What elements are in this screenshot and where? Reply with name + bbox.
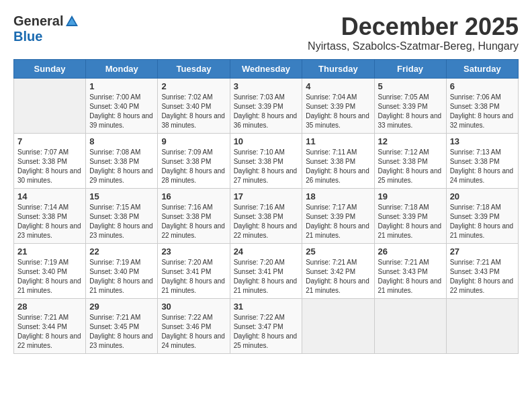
day-number: 1 <box>89 81 154 91</box>
calendar-cell: 29Sunrise: 7:21 AMSunset: 3:45 PMDayligh… <box>86 298 158 353</box>
day-number: 3 <box>234 81 299 91</box>
calendar: SundayMondayTuesdayWednesdayThursdayFrid… <box>13 59 519 354</box>
day-number: 18 <box>306 191 370 201</box>
day-info: Sunrise: 7:05 AMSunset: 3:39 PMDaylight:… <box>378 93 443 130</box>
calendar-cell: 9Sunrise: 7:09 AMSunset: 3:38 PMDaylight… <box>158 133 230 188</box>
day-number: 11 <box>306 136 370 146</box>
day-number: 12 <box>378 136 443 146</box>
day-info: Sunrise: 7:10 AMSunset: 3:38 PMDaylight:… <box>234 148 299 185</box>
calendar-cell: 10Sunrise: 7:10 AMSunset: 3:38 PMDayligh… <box>230 133 302 188</box>
day-info: Sunrise: 7:21 AMSunset: 3:42 PMDaylight:… <box>306 258 370 295</box>
day-info: Sunrise: 7:14 AMSunset: 3:38 PMDaylight:… <box>17 203 82 240</box>
calendar-cell: 2Sunrise: 7:02 AMSunset: 3:40 PMDaylight… <box>158 78 230 133</box>
calendar-cell <box>374 298 446 353</box>
week-row-5: 28Sunrise: 7:21 AMSunset: 3:44 PMDayligh… <box>14 298 519 353</box>
weekday-header-sunday: Sunday <box>14 59 86 78</box>
calendar-cell: 23Sunrise: 7:20 AMSunset: 3:41 PMDayligh… <box>158 243 230 298</box>
day-number: 26 <box>378 246 443 257</box>
calendar-cell: 22Sunrise: 7:19 AMSunset: 3:40 PMDayligh… <box>86 243 158 298</box>
calendar-cell: 13Sunrise: 7:13 AMSunset: 3:38 PMDayligh… <box>446 133 518 188</box>
day-info: Sunrise: 7:16 AMSunset: 3:38 PMDaylight:… <box>234 203 299 240</box>
calendar-cell: 28Sunrise: 7:21 AMSunset: 3:44 PMDayligh… <box>14 298 86 353</box>
calendar-cell <box>446 298 518 353</box>
week-row-1: 1Sunrise: 7:00 AMSunset: 3:40 PMDaylight… <box>14 78 519 133</box>
calendar-cell: 17Sunrise: 7:16 AMSunset: 3:38 PMDayligh… <box>230 188 302 243</box>
day-info: Sunrise: 7:16 AMSunset: 3:38 PMDaylight:… <box>161 203 226 240</box>
day-number: 5 <box>378 81 443 91</box>
day-number: 10 <box>234 136 299 146</box>
day-number: 17 <box>234 191 299 201</box>
logo-icon <box>64 14 79 29</box>
weekday-header-row: SundayMondayTuesdayWednesdayThursdayFrid… <box>14 59 519 78</box>
calendar-cell: 31Sunrise: 7:22 AMSunset: 3:47 PMDayligh… <box>230 298 302 353</box>
title-area: December 2025 Nyirtass, Szabolcs-Szatmar… <box>308 13 519 52</box>
day-number: 21 <box>17 246 82 257</box>
calendar-cell: 26Sunrise: 7:21 AMSunset: 3:43 PMDayligh… <box>374 243 446 298</box>
day-number: 19 <box>378 191 443 201</box>
day-info: Sunrise: 7:00 AMSunset: 3:40 PMDaylight:… <box>89 93 154 130</box>
day-number: 28 <box>17 302 82 312</box>
calendar-cell: 18Sunrise: 7:17 AMSunset: 3:39 PMDayligh… <box>302 188 374 243</box>
day-info: Sunrise: 7:13 AMSunset: 3:38 PMDaylight:… <box>450 148 515 185</box>
day-info: Sunrise: 7:18 AMSunset: 3:39 PMDaylight:… <box>378 203 443 240</box>
calendar-cell <box>302 298 374 353</box>
day-number: 8 <box>89 136 154 146</box>
weekday-header-friday: Friday <box>374 59 446 78</box>
day-info: Sunrise: 7:19 AMSunset: 3:40 PMDaylight:… <box>17 258 82 295</box>
day-number: 31 <box>234 302 299 312</box>
weekday-header-saturday: Saturday <box>446 59 518 78</box>
calendar-cell: 30Sunrise: 7:22 AMSunset: 3:46 PMDayligh… <box>158 298 230 353</box>
day-info: Sunrise: 7:20 AMSunset: 3:41 PMDaylight:… <box>161 258 226 295</box>
calendar-cell: 12Sunrise: 7:12 AMSunset: 3:38 PMDayligh… <box>374 133 446 188</box>
day-number: 9 <box>161 136 226 146</box>
day-number: 29 <box>89 302 154 312</box>
calendar-cell: 16Sunrise: 7:16 AMSunset: 3:38 PMDayligh… <box>158 188 230 243</box>
weekday-header-monday: Monday <box>86 59 158 78</box>
weekday-header-wednesday: Wednesday <box>230 59 302 78</box>
calendar-cell: 21Sunrise: 7:19 AMSunset: 3:40 PMDayligh… <box>14 243 86 298</box>
calendar-cell: 6Sunrise: 7:06 AMSunset: 3:38 PMDaylight… <box>446 78 518 133</box>
calendar-cell: 5Sunrise: 7:05 AMSunset: 3:39 PMDaylight… <box>374 78 446 133</box>
day-info: Sunrise: 7:21 AMSunset: 3:43 PMDaylight:… <box>450 258 515 295</box>
day-number: 4 <box>306 81 370 91</box>
day-info: Sunrise: 7:11 AMSunset: 3:38 PMDaylight:… <box>306 148 370 185</box>
weekday-header-tuesday: Tuesday <box>158 59 230 78</box>
calendar-cell: 1Sunrise: 7:00 AMSunset: 3:40 PMDaylight… <box>86 78 158 133</box>
day-info: Sunrise: 7:08 AMSunset: 3:38 PMDaylight:… <box>89 148 154 185</box>
day-info: Sunrise: 7:17 AMSunset: 3:39 PMDaylight:… <box>306 203 370 240</box>
week-row-3: 14Sunrise: 7:14 AMSunset: 3:38 PMDayligh… <box>14 188 519 243</box>
location-title: Nyirtass, Szabolcs-Szatmar-Bereg, Hungar… <box>308 40 519 52</box>
day-info: Sunrise: 7:15 AMSunset: 3:38 PMDaylight:… <box>89 203 154 240</box>
day-info: Sunrise: 7:21 AMSunset: 3:43 PMDaylight:… <box>378 258 443 295</box>
week-row-4: 21Sunrise: 7:19 AMSunset: 3:40 PMDayligh… <box>14 243 519 298</box>
day-number: 20 <box>450 191 515 201</box>
calendar-cell: 15Sunrise: 7:15 AMSunset: 3:38 PMDayligh… <box>86 188 158 243</box>
calendar-cell: 7Sunrise: 7:07 AMSunset: 3:38 PMDaylight… <box>14 133 86 188</box>
day-info: Sunrise: 7:21 AMSunset: 3:44 PMDaylight:… <box>17 313 82 351</box>
day-info: Sunrise: 7:03 AMSunset: 3:39 PMDaylight:… <box>234 93 299 130</box>
day-number: 6 <box>450 81 515 91</box>
day-info: Sunrise: 7:18 AMSunset: 3:39 PMDaylight:… <box>450 203 515 240</box>
calendar-cell <box>14 78 86 133</box>
calendar-cell: 24Sunrise: 7:20 AMSunset: 3:41 PMDayligh… <box>230 243 302 298</box>
calendar-cell: 19Sunrise: 7:18 AMSunset: 3:39 PMDayligh… <box>374 188 446 243</box>
calendar-cell: 25Sunrise: 7:21 AMSunset: 3:42 PMDayligh… <box>302 243 374 298</box>
logo: General Blue <box>13 13 79 44</box>
header: General Blue December 2025 Nyirtass, Sza… <box>13 13 519 52</box>
day-info: Sunrise: 7:04 AMSunset: 3:39 PMDaylight:… <box>306 93 370 130</box>
week-row-2: 7Sunrise: 7:07 AMSunset: 3:38 PMDaylight… <box>14 133 519 188</box>
day-info: Sunrise: 7:09 AMSunset: 3:38 PMDaylight:… <box>161 148 226 185</box>
month-title: December 2025 <box>308 13 519 40</box>
logo-blue-text: Blue <box>13 29 42 44</box>
calendar-cell: 4Sunrise: 7:04 AMSunset: 3:39 PMDaylight… <box>302 78 374 133</box>
day-number: 14 <box>17 191 82 201</box>
day-number: 22 <box>89 246 154 257</box>
day-info: Sunrise: 7:07 AMSunset: 3:38 PMDaylight:… <box>17 148 82 185</box>
calendar-cell: 14Sunrise: 7:14 AMSunset: 3:38 PMDayligh… <box>14 188 86 243</box>
calendar-cell: 11Sunrise: 7:11 AMSunset: 3:38 PMDayligh… <box>302 133 374 188</box>
day-number: 30 <box>161 302 226 312</box>
calendar-cell: 27Sunrise: 7:21 AMSunset: 3:43 PMDayligh… <box>446 243 518 298</box>
day-info: Sunrise: 7:02 AMSunset: 3:40 PMDaylight:… <box>161 93 226 130</box>
day-info: Sunrise: 7:22 AMSunset: 3:47 PMDaylight:… <box>234 313 299 351</box>
day-number: 16 <box>161 191 226 201</box>
